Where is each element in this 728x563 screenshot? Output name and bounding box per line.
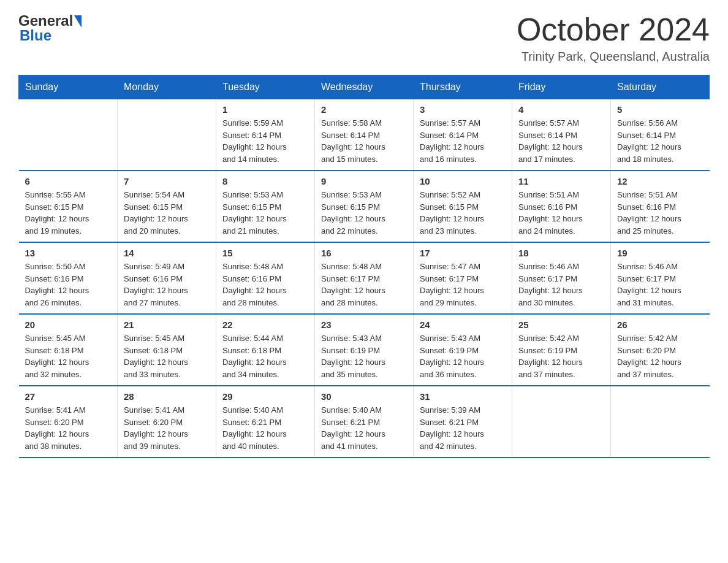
week-row-4: 20Sunrise: 5:45 AM Sunset: 6:18 PM Dayli…: [19, 314, 710, 386]
day-info: Sunrise: 5:58 AM Sunset: 6:14 PM Dayligh…: [321, 117, 407, 165]
calendar-cell: 10Sunrise: 5:52 AM Sunset: 6:15 PM Dayli…: [414, 170, 512, 242]
logo-arrow-icon: [74, 15, 82, 28]
day-info: Sunrise: 5:49 AM Sunset: 6:16 PM Dayligh…: [124, 261, 210, 308]
calendar-cell: 3Sunrise: 5:57 AM Sunset: 6:14 PM Daylig…: [414, 99, 512, 171]
day-number: 11: [518, 176, 604, 186]
calendar-cell: 8Sunrise: 5:53 AM Sunset: 6:15 PM Daylig…: [216, 170, 315, 242]
calendar-cell: 5Sunrise: 5:56 AM Sunset: 6:14 PM Daylig…: [611, 99, 710, 171]
day-info: Sunrise: 5:43 AM Sunset: 6:19 PM Dayligh…: [420, 332, 506, 380]
day-number: 9: [321, 176, 407, 186]
day-number: 3: [420, 104, 506, 115]
day-info: Sunrise: 5:42 AM Sunset: 6:19 PM Dayligh…: [518, 332, 604, 380]
page-header: General Blue October 2024 Trinity Park, …: [18, 12, 710, 64]
calendar-cell: 27Sunrise: 5:41 AM Sunset: 6:20 PM Dayli…: [19, 386, 118, 458]
calendar-cell: 18Sunrise: 5:46 AM Sunset: 6:17 PM Dayli…: [512, 242, 611, 314]
day-info: Sunrise: 5:47 AM Sunset: 6:17 PM Dayligh…: [420, 261, 506, 308]
day-number: 27: [25, 391, 112, 402]
calendar-cell: 29Sunrise: 5:40 AM Sunset: 6:21 PM Dayli…: [216, 386, 315, 458]
calendar-cell: 20Sunrise: 5:45 AM Sunset: 6:18 PM Dayli…: [19, 314, 118, 386]
day-info: Sunrise: 5:42 AM Sunset: 6:20 PM Dayligh…: [617, 332, 703, 380]
day-info: Sunrise: 5:45 AM Sunset: 6:18 PM Dayligh…: [25, 332, 112, 380]
weekday-header-saturday: Saturday: [611, 75, 710, 99]
day-info: Sunrise: 5:57 AM Sunset: 6:14 PM Dayligh…: [518, 117, 604, 165]
calendar-table: SundayMondayTuesdayWednesdayThursdayFrid…: [18, 75, 710, 458]
calendar-cell: 14Sunrise: 5:49 AM Sunset: 6:16 PM Dayli…: [118, 242, 216, 314]
day-number: 4: [518, 104, 604, 115]
header-right: October 2024 Trinity Park, Queensland, A…: [517, 12, 710, 64]
day-info: Sunrise: 5:48 AM Sunset: 6:17 PM Dayligh…: [321, 261, 407, 308]
day-number: 21: [124, 320, 210, 330]
calendar-cell: 4Sunrise: 5:57 AM Sunset: 6:14 PM Daylig…: [512, 99, 611, 171]
day-number: 28: [124, 391, 210, 402]
day-info: Sunrise: 5:57 AM Sunset: 6:14 PM Dayligh…: [420, 117, 506, 165]
day-info: Sunrise: 5:59 AM Sunset: 6:14 PM Dayligh…: [222, 117, 308, 165]
calendar-cell: 9Sunrise: 5:53 AM Sunset: 6:15 PM Daylig…: [315, 170, 414, 242]
calendar-cell: 24Sunrise: 5:43 AM Sunset: 6:19 PM Dayli…: [414, 314, 512, 386]
day-number: 20: [25, 320, 112, 330]
day-info: Sunrise: 5:51 AM Sunset: 6:16 PM Dayligh…: [518, 189, 604, 237]
day-number: 7: [124, 176, 210, 186]
calendar-cell: 23Sunrise: 5:43 AM Sunset: 6:19 PM Dayli…: [315, 314, 414, 386]
day-info: Sunrise: 5:41 AM Sunset: 6:20 PM Dayligh…: [124, 404, 210, 452]
day-info: Sunrise: 5:48 AM Sunset: 6:16 PM Dayligh…: [222, 261, 308, 308]
day-info: Sunrise: 5:53 AM Sunset: 6:15 PM Dayligh…: [222, 189, 308, 237]
day-info: Sunrise: 5:46 AM Sunset: 6:17 PM Dayligh…: [518, 261, 604, 308]
calendar-cell: 12Sunrise: 5:51 AM Sunset: 6:16 PM Dayli…: [611, 170, 710, 242]
calendar-cell: 30Sunrise: 5:40 AM Sunset: 6:21 PM Dayli…: [315, 386, 414, 458]
calendar-cell: [512, 386, 611, 458]
weekday-header-friday: Friday: [512, 75, 611, 99]
day-info: Sunrise: 5:43 AM Sunset: 6:19 PM Dayligh…: [321, 332, 407, 380]
day-number: 13: [25, 248, 112, 258]
calendar-cell: 13Sunrise: 5:50 AM Sunset: 6:16 PM Dayli…: [19, 242, 118, 314]
calendar-cell: 31Sunrise: 5:39 AM Sunset: 6:21 PM Dayli…: [414, 386, 512, 458]
logo-blue-text: Blue: [18, 27, 51, 44]
weekday-header-monday: Monday: [118, 75, 216, 99]
day-number: 23: [321, 320, 407, 330]
day-info: Sunrise: 5:55 AM Sunset: 6:15 PM Dayligh…: [25, 189, 112, 237]
day-info: Sunrise: 5:50 AM Sunset: 6:16 PM Dayligh…: [25, 261, 112, 308]
day-number: 6: [25, 176, 112, 186]
calendar-cell: 26Sunrise: 5:42 AM Sunset: 6:20 PM Dayli…: [611, 314, 710, 386]
weekday-header-tuesday: Tuesday: [216, 75, 315, 99]
logo: General Blue: [18, 12, 82, 44]
calendar-cell: 16Sunrise: 5:48 AM Sunset: 6:17 PM Dayli…: [315, 242, 414, 314]
day-number: 29: [222, 391, 308, 402]
calendar-cell: [118, 99, 216, 171]
calendar-cell: 6Sunrise: 5:55 AM Sunset: 6:15 PM Daylig…: [19, 170, 118, 242]
week-row-5: 27Sunrise: 5:41 AM Sunset: 6:20 PM Dayli…: [19, 386, 710, 458]
calendar-cell: 19Sunrise: 5:46 AM Sunset: 6:17 PM Dayli…: [611, 242, 710, 314]
day-number: 5: [617, 104, 703, 115]
day-info: Sunrise: 5:40 AM Sunset: 6:21 PM Dayligh…: [321, 404, 407, 452]
day-number: 8: [222, 176, 308, 186]
day-number: 2: [321, 104, 407, 115]
location-title: Trinity Park, Queensland, Australia: [517, 50, 710, 64]
day-number: 10: [420, 176, 506, 186]
day-info: Sunrise: 5:44 AM Sunset: 6:18 PM Dayligh…: [222, 332, 308, 380]
day-info: Sunrise: 5:54 AM Sunset: 6:15 PM Dayligh…: [124, 189, 210, 237]
day-info: Sunrise: 5:41 AM Sunset: 6:20 PM Dayligh…: [25, 404, 112, 452]
day-number: 14: [124, 248, 210, 258]
calendar-cell: 2Sunrise: 5:58 AM Sunset: 6:14 PM Daylig…: [315, 99, 414, 171]
calendar-cell: [611, 386, 710, 458]
day-info: Sunrise: 5:40 AM Sunset: 6:21 PM Dayligh…: [222, 404, 308, 452]
calendar-cell: 7Sunrise: 5:54 AM Sunset: 6:15 PM Daylig…: [118, 170, 216, 242]
day-number: 19: [617, 248, 703, 258]
day-info: Sunrise: 5:51 AM Sunset: 6:16 PM Dayligh…: [617, 189, 703, 237]
day-info: Sunrise: 5:56 AM Sunset: 6:14 PM Dayligh…: [617, 117, 703, 165]
day-number: 25: [518, 320, 604, 330]
weekday-header-thursday: Thursday: [414, 75, 512, 99]
week-row-1: 1Sunrise: 5:59 AM Sunset: 6:14 PM Daylig…: [19, 99, 710, 171]
day-number: 18: [518, 248, 604, 258]
day-number: 24: [420, 320, 506, 330]
calendar-cell: 25Sunrise: 5:42 AM Sunset: 6:19 PM Dayli…: [512, 314, 611, 386]
calendar-cell: 22Sunrise: 5:44 AM Sunset: 6:18 PM Dayli…: [216, 314, 315, 386]
day-number: 15: [222, 248, 308, 258]
day-number: 26: [617, 320, 703, 330]
weekday-header-row: SundayMondayTuesdayWednesdayThursdayFrid…: [19, 75, 710, 99]
day-number: 16: [321, 248, 407, 258]
weekday-header-wednesday: Wednesday: [315, 75, 414, 99]
calendar-cell: 17Sunrise: 5:47 AM Sunset: 6:17 PM Dayli…: [414, 242, 512, 314]
calendar-cell: [19, 99, 118, 171]
day-number: 17: [420, 248, 506, 258]
day-number: 22: [222, 320, 308, 330]
